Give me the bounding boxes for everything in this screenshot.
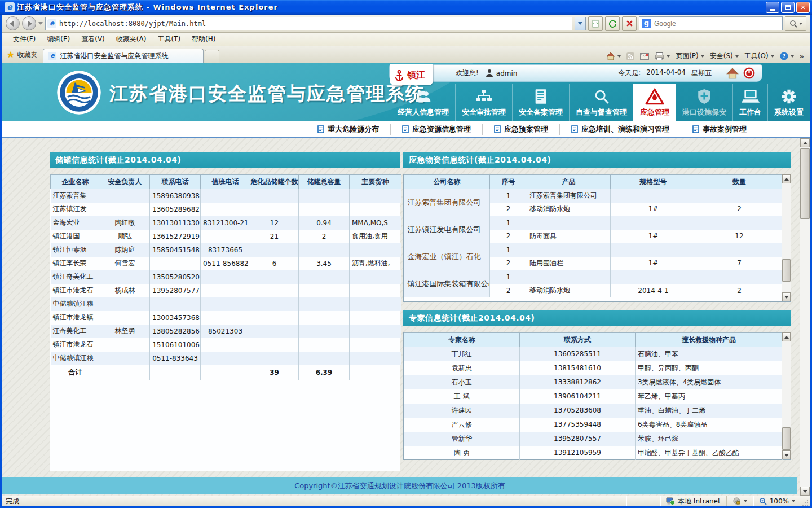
- overflow-chevron-icon[interactable]: »: [800, 52, 804, 60]
- company-cell: 江苏索普集团有限公司: [404, 189, 490, 216]
- search-dropdown-icon[interactable]: [799, 23, 802, 25]
- table-row[interactable]: 江奇美化工林坚勇1380528285685021303: [51, 325, 401, 338]
- forward-button[interactable]: [22, 16, 36, 30]
- compatibility-view-button[interactable]: [588, 16, 603, 31]
- nav-item-3[interactable]: 自查与督查管理: [569, 84, 633, 121]
- footer: Copyright©江苏省交通规划设计院股份有限公司 2013版权所有: [2, 477, 797, 494]
- table-row[interactable]: 中储粮镇江粮0511-833643: [51, 352, 401, 365]
- subnav-item-0[interactable]: 重大危险源分布: [306, 124, 390, 135]
- page-menu-button[interactable]: 页面(P): [676, 51, 704, 61]
- search-box[interactable]: g: [639, 16, 783, 30]
- subnav-item-1[interactable]: 应急资源信息管理: [390, 124, 482, 135]
- feeds-button[interactable]: [626, 52, 634, 60]
- nav-item-5[interactable]: 港口设施保安: [676, 84, 732, 121]
- stop-button[interactable]: [622, 16, 637, 31]
- experts-scrollbar[interactable]: [782, 332, 791, 459]
- table-row[interactable]: 镇江市港龙石杨成林13952807577: [51, 284, 401, 297]
- menu-item-1[interactable]: 编辑(E): [42, 33, 75, 46]
- menu-item-3[interactable]: 收藏夹(A): [111, 33, 152, 46]
- nav-item-1[interactable]: 安全审批管理: [455, 84, 512, 121]
- table-row[interactable]: 江苏索普集团有限公司1江苏索普集团有限公司: [404, 189, 783, 203]
- table-row[interactable]: 王 斌13906104211苯乙烯、甲基丙: [404, 389, 783, 404]
- search-button[interactable]: [785, 16, 806, 31]
- nav-item-2[interactable]: 安全备案管理: [512, 84, 569, 121]
- table-row[interactable]: 管新华13952807557苯胺、环己烷: [404, 432, 783, 446]
- tools-menu-button[interactable]: 工具(O): [744, 51, 774, 61]
- menu-item-2[interactable]: 查看(V): [76, 33, 110, 46]
- home-shortcut-icon[interactable]: [726, 68, 739, 79]
- doc-small-icon: [402, 125, 409, 133]
- nav-item-label: 安全备案管理: [519, 107, 563, 117]
- print-button[interactable]: [655, 52, 670, 60]
- protected-mode-icon: [732, 497, 741, 505]
- table-row[interactable]: 袁新忠13815481610甲醇、异丙醇、丙酮: [404, 361, 783, 375]
- history-dropdown-icon[interactable]: [38, 22, 43, 25]
- help-button[interactable]: ?: [780, 52, 794, 60]
- address-field[interactable]: e: [45, 17, 572, 30]
- favorites-button[interactable]: ★ 收藏夹: [2, 47, 43, 63]
- nav-item-7[interactable]: 系统设置: [767, 84, 810, 121]
- column-header: 专家名称: [404, 333, 520, 347]
- ie-logo-icon: e: [5, 2, 15, 12]
- table-row[interactable]: 丁邦红13605285511石脑油、甲苯: [404, 347, 783, 361]
- home-button[interactable]: [606, 52, 621, 60]
- user-avatar-icon: [486, 69, 493, 78]
- table-row[interactable]: 严云修137753594486类毒害品、8类腐蚀品: [404, 418, 783, 432]
- table-row[interactable]: 石小玉133388128623类易燃液体、4类易燃固体: [404, 375, 783, 389]
- address-input[interactable]: [59, 20, 570, 28]
- supplies-scrollbar-thumb[interactable]: [782, 259, 791, 282]
- printer-icon: [655, 52, 664, 60]
- subnav-item-2[interactable]: 应急预案管理: [482, 124, 559, 135]
- nav-item-label: 应急管理: [640, 107, 669, 117]
- menu-item-0[interactable]: 文件(F): [8, 33, 41, 46]
- table-row[interactable]: 镇江奇美化工13505280520: [51, 270, 401, 284]
- nav-item-4[interactable]: 应急管理: [633, 84, 676, 121]
- table-row[interactable]: 镇江市港龙石15106101006: [51, 338, 401, 352]
- table-row[interactable]: 中储粮镇江粮: [51, 297, 401, 311]
- nav-item-0[interactable]: 经营人信息管理: [391, 84, 455, 121]
- table-row[interactable]: 金海宏业（镇江）石化1: [404, 243, 783, 257]
- table-row[interactable]: 陶 勇13912105959甲缩醛、甲基异丁基酮、乙酸乙酯: [404, 446, 783, 460]
- table-row[interactable]: 江苏镇江发13605289682: [51, 203, 401, 216]
- search-input[interactable]: [654, 20, 780, 28]
- logout-power-icon[interactable]: [743, 67, 755, 79]
- page-scrollbar[interactable]: [800, 138, 810, 496]
- refresh-button[interactable]: [605, 16, 620, 31]
- app-header: 江苏省港口安全监管与应急管理系统 镇江 欢迎您! admin 今天是:: [2, 63, 810, 121]
- zoom-control[interactable]: 100%: [753, 496, 801, 506]
- subnav-item-3[interactable]: 应急培训、演练和演习管理: [559, 124, 681, 135]
- table-row[interactable]: 镇江李长荣何雪宏0511-85688263.45沥青,燃料油,: [51, 257, 401, 270]
- tab-title: 江苏省港口安全监管与应急管理系统: [60, 51, 168, 61]
- safety-menu-button[interactable]: 安全(S): [710, 51, 739, 61]
- zoom-level: 100%: [770, 497, 789, 505]
- menu-item-5[interactable]: 帮助(H): [187, 33, 220, 46]
- tab-new-stub[interactable]: [205, 50, 219, 63]
- minimize-button[interactable]: [766, 2, 779, 13]
- address-dropdown-button[interactable]: [575, 17, 586, 30]
- protected-mode-button[interactable]: [726, 496, 753, 506]
- subnav-item-4[interactable]: 事故案例管理: [681, 124, 758, 135]
- restore-button[interactable]: [781, 2, 795, 13]
- close-button[interactable]: ✕: [796, 2, 810, 13]
- page-scrollbar-thumb[interactable]: [800, 148, 810, 219]
- table-row[interactable]: 镇江市港龙镇13003457368: [51, 311, 401, 325]
- table-row[interactable]: 镇江港国际集装箱有限公司1: [404, 270, 783, 284]
- table-row[interactable]: 镇江恒泰沥陈炳庭1585045154883173665: [51, 243, 401, 257]
- resize-grip[interactable]: [802, 500, 809, 506]
- doc-small-icon: [317, 125, 324, 133]
- subnav-item-label: 重大危险源分布: [328, 124, 379, 134]
- company-cell: 江苏镇江发电有限公司: [404, 216, 490, 243]
- tab-main[interactable]: e 江苏省港口安全监管与应急管理系统: [43, 49, 204, 63]
- back-button[interactable]: [6, 16, 20, 30]
- experts-scrollbar-thumb[interactable]: [782, 427, 791, 450]
- table-row[interactable]: 江苏镇江发电有限公司1: [404, 216, 783, 230]
- table-row[interactable]: 金海宏业陶红暾1301301133083121300-21120.94MMA,M…: [51, 216, 401, 230]
- menu-item-4[interactable]: 工具(T): [152, 33, 186, 46]
- table-row[interactable]: 许建民13705283608重油、白蜡油、丁二烯: [404, 404, 783, 418]
- svg-text:?: ?: [782, 52, 785, 59]
- read-mail-button[interactable]: [640, 53, 649, 60]
- nav-item-6[interactable]: 工作台: [732, 84, 767, 121]
- table-row[interactable]: 镇江港国顾弘13615272919212食用油,食用: [51, 230, 401, 243]
- table-row[interactable]: 江苏索普集15896380938: [51, 189, 401, 203]
- supplies-scrollbar[interactable]: [782, 174, 791, 301]
